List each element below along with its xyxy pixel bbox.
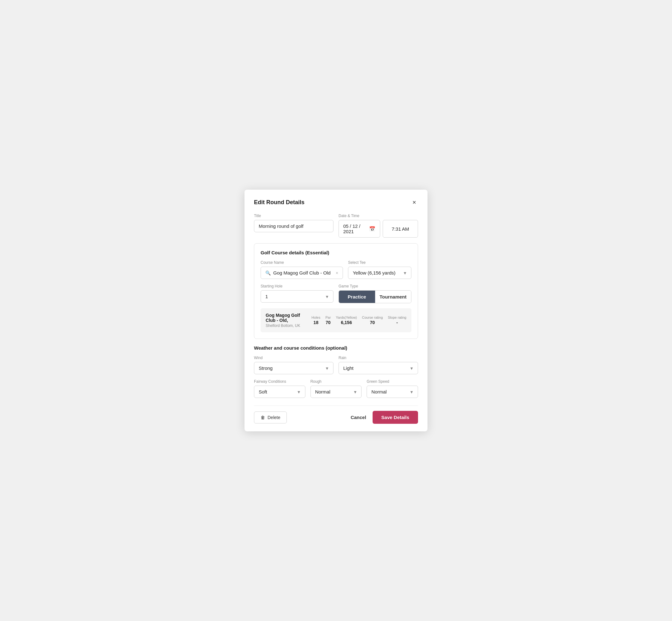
course-info-bar: Gog Magog Golf Club - Old, Shelford Bott…: [261, 308, 411, 332]
select-tee-label: Select Tee: [348, 260, 411, 265]
yards-label: Yards(Yellow): [336, 316, 357, 319]
datetime-group: Date & Time 05 / 12 / 2021 📅 7:31 AM: [339, 214, 418, 238]
select-tee-input[interactable]: Yellow (6,156 yards) White Red Blue: [348, 266, 411, 279]
game-type-group: Game Type Practice Tournament: [339, 284, 411, 303]
stat-holes: Holes 18: [311, 316, 320, 325]
course-tee-row: Course Name 🔍 × Select Tee Yellow (6,156…: [261, 260, 411, 279]
modal-title: Edit Round Details: [254, 199, 304, 206]
title-datetime-row: Title Date & Time 05 / 12 / 2021 📅 7:31 …: [254, 214, 418, 238]
trash-icon: 🗑: [261, 415, 265, 420]
fairway-wrapper: SoftNormalHard ▼: [254, 385, 305, 398]
holes-label: Holes: [311, 316, 320, 319]
title-group: Title: [254, 214, 333, 238]
fairway-select[interactable]: SoftNormalHard: [254, 385, 305, 398]
starting-hole-wrapper: 1234 5678 910 ▼: [261, 290, 333, 303]
title-label: Title: [254, 214, 333, 218]
delete-label: Delete: [267, 415, 280, 420]
weather-section: Weather and course conditions (optional)…: [254, 345, 418, 398]
select-tee-group: Select Tee Yellow (6,156 yards) White Re…: [348, 260, 411, 279]
holes-value: 18: [311, 320, 320, 325]
rain-label: Rain: [339, 356, 418, 360]
weather-title: Weather and course conditions (optional): [254, 345, 418, 350]
green-speed-wrapper: SlowNormalFast ▼: [367, 385, 418, 398]
course-info-name: Gog Magog Golf Club - Old, Shelford Bott…: [266, 313, 306, 328]
rough-label: Rough: [310, 379, 362, 384]
cancel-button[interactable]: Cancel: [350, 415, 366, 420]
starting-hole-label: Starting Hole: [261, 284, 333, 288]
wind-rain-row: Wind NoneLightModerateStrong ▼ Rain None…: [254, 356, 418, 374]
conditions-row: Fairway Conditions SoftNormalHard ▼ Roug…: [254, 379, 418, 398]
clear-course-button[interactable]: ×: [336, 271, 338, 276]
hole-gametype-row: Starting Hole 1234 5678 910 ▼ Game Type …: [261, 284, 411, 303]
rough-group: Rough SoftNormalHard ▼: [310, 379, 362, 398]
stat-par: Par 70: [325, 316, 331, 325]
green-speed-group: Green Speed SlowNormalFast ▼: [367, 379, 418, 398]
save-button[interactable]: Save Details: [373, 411, 418, 424]
tournament-button[interactable]: Tournament: [375, 291, 411, 303]
par-label: Par: [325, 316, 331, 319]
game-type-label: Game Type: [339, 284, 411, 288]
rain-select[interactable]: NoneLightModerateHeavy: [339, 362, 418, 374]
golf-course-section: Golf Course details (Essential) Course N…: [254, 243, 418, 339]
modal-header: Edit Round Details ×: [254, 199, 418, 206]
time-field[interactable]: 7:31 AM: [383, 220, 418, 238]
search-icon: 🔍: [265, 271, 271, 276]
calendar-icon: 📅: [369, 226, 375, 232]
fairway-group: Fairway Conditions SoftNormalHard ▼: [254, 379, 305, 398]
wind-select[interactable]: NoneLightModerateStrong: [254, 362, 333, 374]
wind-label: Wind: [254, 356, 333, 360]
stat-course-rating: Course rating 70: [362, 316, 383, 325]
course-name-group: Course Name 🔍 ×: [261, 260, 343, 279]
footer: 🗑 Delete Cancel Save Details: [254, 406, 418, 424]
title-input[interactable]: [254, 220, 333, 232]
rain-group: Rain NoneLightModerateHeavy ▼: [339, 356, 418, 374]
slope-rating-value: -: [388, 320, 406, 325]
select-tee-wrapper: Yellow (6,156 yards) White Red Blue ▼: [348, 266, 411, 279]
date-field[interactable]: 05 / 12 / 2021 📅: [339, 220, 380, 238]
rough-select[interactable]: SoftNormalHard: [310, 385, 362, 398]
datetime-label: Date & Time: [339, 214, 418, 218]
course-name-bold: Gog Magog Golf Club - Old,: [266, 313, 306, 323]
course-name-input[interactable]: [273, 270, 333, 276]
course-name-input-wrapper[interactable]: 🔍 ×: [261, 266, 343, 279]
course-rating-value: 70: [362, 320, 383, 325]
course-name-label: Course Name: [261, 260, 343, 265]
course-rating-label: Course rating: [362, 316, 383, 319]
green-speed-label: Green Speed: [367, 379, 418, 384]
practice-button[interactable]: Practice: [339, 291, 375, 303]
delete-button[interactable]: 🗑 Delete: [254, 411, 287, 423]
starting-hole-group: Starting Hole 1234 5678 910 ▼: [261, 284, 333, 303]
slope-rating-label: Slope rating: [388, 316, 406, 319]
golf-section-title: Golf Course details (Essential): [261, 250, 411, 255]
par-value: 70: [325, 320, 331, 325]
game-type-toggle: Practice Tournament: [339, 290, 411, 303]
yards-value: 6,156: [336, 320, 357, 325]
wind-wrapper: NoneLightModerateStrong ▼: [254, 362, 333, 374]
starting-hole-select[interactable]: 1234 5678 910: [261, 290, 333, 303]
green-speed-select[interactable]: SlowNormalFast: [367, 385, 418, 398]
wind-group: Wind NoneLightModerateStrong ▼: [254, 356, 333, 374]
date-value: 05 / 12 / 2021: [343, 223, 366, 234]
course-stats: Holes 18 Par 70 Yards(Yellow) 6,156 Cour…: [311, 316, 406, 325]
footer-right: Cancel Save Details: [350, 411, 418, 424]
rain-wrapper: NoneLightModerateHeavy ▼: [339, 362, 418, 374]
close-button[interactable]: ×: [411, 199, 418, 206]
rough-wrapper: SoftNormalHard ▼: [310, 385, 362, 398]
edit-round-modal: Edit Round Details × Title Date & Time 0…: [245, 190, 427, 431]
stat-slope-rating: Slope rating -: [388, 316, 406, 325]
course-location: Shelford Bottom, UK: [266, 323, 306, 328]
time-value: 7:31 AM: [392, 226, 409, 232]
fairway-label: Fairway Conditions: [254, 379, 305, 384]
stat-yards: Yards(Yellow) 6,156: [336, 316, 357, 325]
